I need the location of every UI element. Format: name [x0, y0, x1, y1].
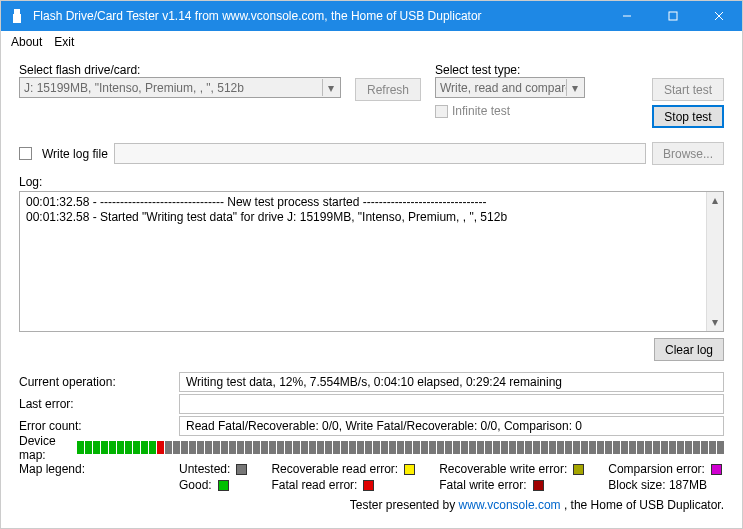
dm-cell — [77, 441, 84, 454]
dm-cell — [277, 441, 284, 454]
swatch-green — [218, 480, 229, 491]
dm-cell — [149, 441, 156, 454]
dm-cell — [533, 441, 540, 454]
dm-cell — [509, 441, 516, 454]
dm-cell — [605, 441, 612, 454]
dm-cell — [173, 441, 180, 454]
dm-cell — [645, 441, 652, 454]
dm-cell — [693, 441, 700, 454]
svg-rect-0 — [14, 9, 20, 14]
dm-cell — [477, 441, 484, 454]
dm-cell — [349, 441, 356, 454]
dm-cell — [85, 441, 92, 454]
menu-about[interactable]: About — [11, 35, 42, 49]
dm-cell — [437, 441, 444, 454]
dm-cell — [133, 441, 140, 454]
close-button[interactable] — [696, 1, 742, 31]
dm-cell — [469, 441, 476, 454]
log-file-path — [114, 143, 646, 164]
dm-cell — [669, 441, 676, 454]
dm-cell — [661, 441, 668, 454]
dm-cell — [381, 441, 388, 454]
dm-cell — [117, 441, 124, 454]
legend-untested: Untested: — [179, 462, 230, 476]
dm-cell — [141, 441, 148, 454]
swatch-olive — [573, 464, 584, 475]
start-test-button[interactable]: Start test — [652, 78, 724, 101]
dm-cell — [461, 441, 468, 454]
browse-button[interactable]: Browse... — [652, 142, 724, 165]
chevron-down-icon: ▾ — [322, 79, 339, 96]
chevron-down-icon: ▾ — [566, 79, 583, 96]
dm-cell — [341, 441, 348, 454]
dm-cell — [325, 441, 332, 454]
drive-label: Select flash drive/card: — [19, 63, 341, 77]
menubar: About Exit — [1, 31, 742, 53]
dm-cell — [285, 441, 292, 454]
dm-cell — [397, 441, 404, 454]
dm-cell — [389, 441, 396, 454]
dm-cell — [421, 441, 428, 454]
log-label: Log: — [19, 175, 724, 189]
test-type-label: Select test type: — [435, 63, 585, 77]
dm-cell — [189, 441, 196, 454]
dm-cell — [677, 441, 684, 454]
dm-cell — [621, 441, 628, 454]
dm-cell — [685, 441, 692, 454]
dm-cell — [309, 441, 316, 454]
dm-cell — [181, 441, 188, 454]
device-map — [77, 441, 724, 455]
dm-cell — [109, 441, 116, 454]
legend-fatal-read: Fatal read error: — [271, 478, 357, 492]
menu-exit[interactable]: Exit — [54, 35, 74, 49]
dm-cell — [317, 441, 324, 454]
error-count-value: Read Fatal/Recoverable: 0/0, Write Fatal… — [179, 416, 724, 436]
dm-cell — [293, 441, 300, 454]
infinite-test-checkbox[interactable] — [435, 105, 448, 118]
scroll-down-icon[interactable]: ▾ — [707, 314, 723, 331]
dm-cell — [333, 441, 340, 454]
minimize-button[interactable] — [604, 1, 650, 31]
log-line: 00:01:32.58 - --------------------------… — [26, 195, 703, 210]
scroll-up-icon[interactable]: ▴ — [707, 192, 723, 209]
legend-grid: Untested: Recoverable read error: Recove… — [179, 462, 724, 492]
dm-cell — [373, 441, 380, 454]
dm-cell — [581, 441, 588, 454]
dm-cell — [501, 441, 508, 454]
dm-cell — [213, 441, 220, 454]
test-type-value: Write, read and compare — [440, 81, 572, 95]
clear-log-button[interactable]: Clear log — [654, 338, 724, 361]
app-icon — [9, 8, 25, 24]
current-op-value: Writing test data, 12%, 7.554MB/s, 0:04:… — [179, 372, 724, 392]
write-log-checkbox[interactable] — [19, 147, 32, 160]
dm-cell — [701, 441, 708, 454]
dm-cell — [237, 441, 244, 454]
dm-cell — [261, 441, 268, 454]
dm-cell — [197, 441, 204, 454]
device-map-label: Device map: — [19, 434, 77, 462]
scrollbar[interactable]: ▴ ▾ — [706, 192, 723, 331]
refresh-button[interactable]: Refresh — [355, 78, 421, 101]
window-controls — [604, 1, 742, 31]
dm-cell — [541, 441, 548, 454]
dm-cell — [629, 441, 636, 454]
stop-test-button[interactable]: Stop test — [652, 105, 724, 128]
dm-cell — [637, 441, 644, 454]
last-error-value — [179, 394, 724, 414]
footer-link[interactable]: www.vconsole.com — [459, 498, 561, 512]
drive-select[interactable]: J: 15199MB, "Intenso, Premium, , ", 512b… — [19, 77, 341, 98]
test-type-select[interactable]: Write, read and compare ▾ — [435, 77, 585, 98]
dm-cell — [93, 441, 100, 454]
titlebar: Flash Drive/Card Tester v1.14 from www.v… — [1, 1, 742, 31]
infinite-test-label: Infinite test — [452, 104, 510, 118]
log-box[interactable]: 00:01:32.58 - --------------------------… — [19, 191, 724, 332]
window-title: Flash Drive/Card Tester v1.14 from www.v… — [33, 9, 604, 23]
dm-cell — [125, 441, 132, 454]
svg-rect-3 — [669, 12, 677, 20]
maximize-button[interactable] — [650, 1, 696, 31]
legend-label: Map legend: — [19, 462, 179, 476]
dm-cell — [413, 441, 420, 454]
dm-cell — [205, 441, 212, 454]
dm-cell — [157, 441, 164, 454]
last-error-label: Last error: — [19, 397, 179, 411]
